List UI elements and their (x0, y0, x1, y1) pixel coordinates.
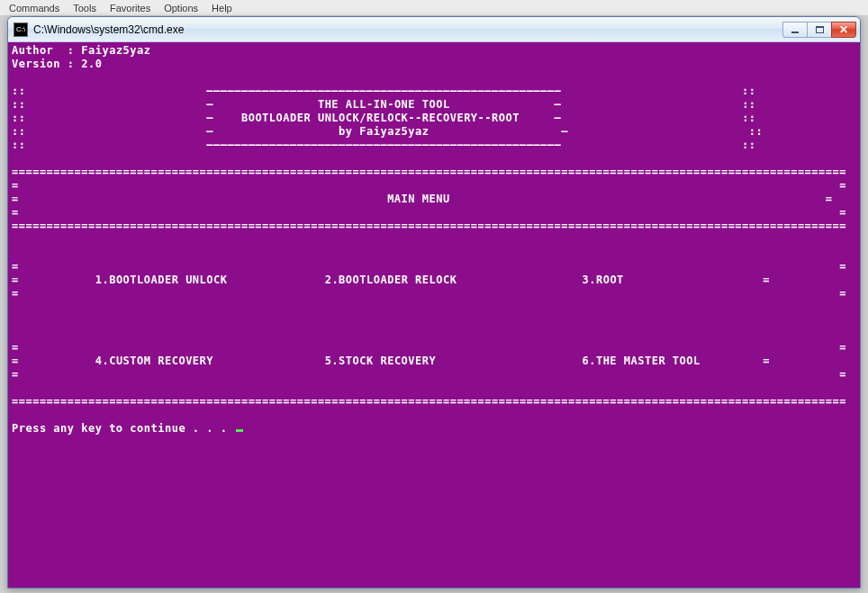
menu-item[interactable]: Favorites (110, 3, 150, 13)
menu-item[interactable]: Tools (73, 3, 96, 13)
menu-item[interactable]: Commands (9, 3, 59, 13)
menu-item[interactable]: Help (212, 3, 232, 13)
app-menu-bar: Commands Tools Favorites Options Help (0, 0, 868, 16)
menu-item[interactable]: Options (164, 3, 198, 13)
